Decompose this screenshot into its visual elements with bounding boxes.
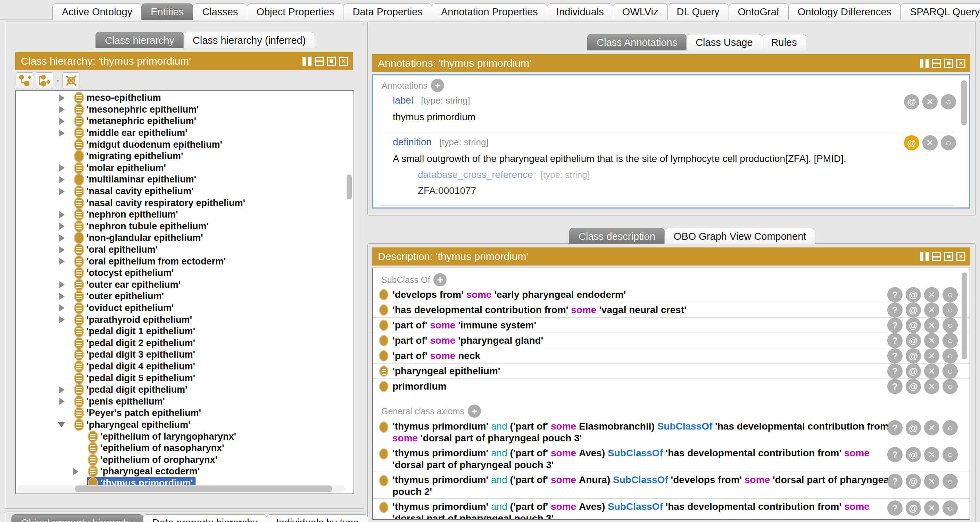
expand-arrow-icon[interactable] bbox=[59, 106, 65, 113]
tree-item-middle-ear-epithelium[interactable]: 'middle ear epithelium' bbox=[16, 127, 353, 139]
vertical-scrollbar-thumb[interactable] bbox=[347, 174, 352, 200]
float-view-icon[interactable] bbox=[944, 59, 953, 68]
tree-item-molar-epithelium[interactable]: 'molar epithelium' bbox=[16, 162, 353, 174]
expand-arrow-icon[interactable] bbox=[59, 223, 65, 230]
tab-class-hierarchy[interactable]: Class hierarchy bbox=[95, 32, 184, 48]
general-class-axiom-row[interactable]: 'thymus primordium' and ('part of' some … bbox=[373, 499, 970, 520]
tree-item-oral-epithelium-from-ectoderm[interactable]: 'oral epithelium from ectoderm' bbox=[16, 255, 353, 267]
vertical-scrollbar-thumb[interactable] bbox=[961, 80, 967, 126]
split-horizontally-icon[interactable] bbox=[932, 252, 941, 261]
annotation-value[interactable]: thymus primordium bbox=[393, 112, 969, 128]
tab-class-usage[interactable]: Class Usage bbox=[686, 34, 762, 50]
tab-owlviz[interactable]: OWLViz bbox=[613, 3, 668, 20]
tree-item-pedal-digit-epithelium[interactable]: 'pedal digit epithelium' bbox=[16, 384, 353, 396]
collapse-arrow-icon[interactable] bbox=[58, 422, 65, 428]
annotate-button[interactable]: @ bbox=[906, 318, 921, 333]
explain-button[interactable]: ? bbox=[887, 500, 902, 516]
delete-button[interactable]: ✕ bbox=[924, 302, 939, 318]
tab-object-property-hierarchy[interactable]: Object property hierarchy bbox=[11, 514, 143, 522]
explain-button[interactable]: ? bbox=[887, 447, 902, 462]
explain-button[interactable]: ? bbox=[887, 364, 902, 379]
split-horizontally-icon[interactable] bbox=[315, 57, 324, 66]
tab-active-ontology[interactable]: Active Ontology bbox=[52, 3, 142, 20]
explain-button[interactable]: ? bbox=[887, 379, 902, 394]
delete-button[interactable]: ✕ bbox=[924, 333, 939, 348]
tree-item-outer-ear-epithelium[interactable]: 'outer ear epithelium' bbox=[16, 279, 353, 291]
delete-button[interactable]: ✕ bbox=[924, 379, 939, 394]
expand-arrow-icon[interactable] bbox=[59, 305, 65, 311]
explain-button[interactable]: ? bbox=[887, 474, 902, 489]
annotate-button[interactable]: @ bbox=[906, 333, 921, 348]
tab-ontology-differences[interactable]: Ontology Differences bbox=[788, 3, 901, 20]
explain-button[interactable]: ? bbox=[887, 302, 902, 318]
add-subclass-button[interactable] bbox=[16, 72, 33, 89]
add-annotation-button[interactable]: + bbox=[431, 79, 444, 92]
delete-button[interactable]: ✕ bbox=[924, 420, 939, 436]
tree-item-peyer-s-patch-epithelium[interactable]: 'Peyer's patch epithelium' bbox=[16, 407, 353, 419]
annotate-button[interactable]: @ bbox=[904, 94, 919, 110]
subclassof-row[interactable]: 'develops from' some 'early pharyngeal e… bbox=[373, 287, 970, 302]
float-view-icon[interactable] bbox=[327, 57, 336, 66]
edit-button[interactable]: ○ bbox=[942, 379, 958, 394]
delete-class-button[interactable] bbox=[62, 72, 80, 89]
edit-button[interactable]: ○ bbox=[942, 364, 958, 379]
edit-button[interactable]: ○ bbox=[942, 474, 958, 489]
delete-button[interactable]: ✕ bbox=[924, 287, 939, 302]
explain-button[interactable]: ? bbox=[887, 420, 902, 436]
tree-item-pedal-digit-2-epithelium[interactable]: 'pedal digit 2 epithelium' bbox=[16, 337, 353, 349]
delete-button[interactable]: ✕ bbox=[924, 364, 939, 379]
annotate-button[interactable]: @ bbox=[906, 348, 921, 364]
annotate-button[interactable]: @ bbox=[906, 447, 921, 462]
tab-individuals[interactable]: Individuals bbox=[547, 3, 613, 20]
delete-button[interactable]: ✕ bbox=[922, 135, 938, 150]
annotate-button[interactable]: @ bbox=[906, 500, 921, 516]
tree-item-non-glandular-epithelium[interactable]: 'non-glandular epithelium' bbox=[16, 232, 353, 244]
tab-class-description[interactable]: Class description bbox=[569, 228, 665, 244]
annotate-button[interactable]: @ bbox=[906, 302, 921, 318]
split-vertically-icon[interactable] bbox=[302, 57, 312, 66]
tree-item-pedal-digit-5-epithelium[interactable]: 'pedal digit 5 epithelium' bbox=[16, 372, 353, 384]
delete-button[interactable]: ✕ bbox=[924, 447, 939, 462]
annotate-button[interactable]: @ bbox=[904, 135, 919, 150]
subclassof-row[interactable]: 'has developmental contribution from' so… bbox=[373, 302, 970, 318]
tree-item-pedal-digit-1-epithelium[interactable]: 'pedal digit 1 epithelium' bbox=[16, 326, 353, 337]
expand-arrow-icon[interactable] bbox=[59, 316, 65, 323]
edit-button[interactable]: ○ bbox=[942, 348, 958, 364]
add-subclassof-button[interactable]: + bbox=[433, 273, 447, 286]
subclassof-row[interactable]: 'part of' some 'pharyngeal gland'?@✕○ bbox=[373, 333, 970, 348]
tab-sparql-query[interactable]: SPARQL Query bbox=[900, 3, 980, 20]
general-class-axiom-row[interactable]: 'thymus primordium' and ('part of' some … bbox=[373, 418, 970, 445]
annotation-property-name[interactable]: label bbox=[393, 95, 413, 105]
tree-item-otocyst-epithelium[interactable]: 'otocyst epithelium' bbox=[16, 267, 353, 279]
expand-arrow-icon[interactable] bbox=[59, 118, 65, 125]
split-horizontally-icon[interactable] bbox=[932, 59, 941, 68]
tab-data-property-hierarchy[interactable]: Data property hierarchy bbox=[143, 514, 267, 522]
tree-item-nasal-cavity-epithelium[interactable]: 'nasal cavity epithelium' bbox=[16, 185, 353, 197]
annotate-button[interactable]: @ bbox=[906, 420, 921, 436]
expand-arrow-icon[interactable] bbox=[59, 246, 65, 253]
delete-button[interactable]: ✕ bbox=[922, 94, 938, 110]
close-view-icon[interactable]: ✕ bbox=[956, 252, 966, 261]
close-view-icon[interactable]: ✕ bbox=[956, 59, 966, 68]
explain-button[interactable]: ? bbox=[887, 318, 902, 333]
annotate-button[interactable]: @ bbox=[906, 287, 921, 302]
tab-classes[interactable]: Classes bbox=[193, 3, 247, 20]
subclassof-row[interactable]: 'part of' some 'immune system'?@✕○ bbox=[373, 318, 970, 333]
tree-item-penis-epithelium[interactable]: 'penis epithelium' bbox=[16, 396, 353, 407]
expand-arrow-icon[interactable] bbox=[59, 235, 65, 241]
annotation-property-name[interactable]: database_cross_reference bbox=[418, 169, 533, 180]
expand-arrow-icon[interactable] bbox=[59, 188, 65, 195]
edit-button[interactable]: ○ bbox=[942, 287, 958, 302]
add-sibling-class-button[interactable] bbox=[36, 72, 53, 89]
annotate-button[interactable]: @ bbox=[906, 379, 921, 394]
tree-item-nephron-epithelium[interactable]: 'nephron epithelium' bbox=[16, 209, 353, 221]
explain-button[interactable]: ? bbox=[887, 287, 902, 302]
delete-button[interactable]: ✕ bbox=[924, 474, 939, 489]
annotation-value[interactable]: A small outgrowth of the pharyngeal epit… bbox=[393, 153, 969, 169]
float-view-icon[interactable] bbox=[944, 252, 953, 261]
tree-item-multilaminar-epithelium[interactable]: 'multilaminar epithelium' bbox=[16, 174, 353, 185]
tree-item-outer-epithelium[interactable]: 'outer epithelium' bbox=[16, 291, 353, 302]
expand-arrow-icon[interactable] bbox=[59, 398, 65, 405]
tree-item-pedal-digit-3-epithelium[interactable]: 'pedal digit 3 epithelium' bbox=[16, 349, 353, 361]
expand-arrow-icon[interactable] bbox=[59, 176, 65, 183]
